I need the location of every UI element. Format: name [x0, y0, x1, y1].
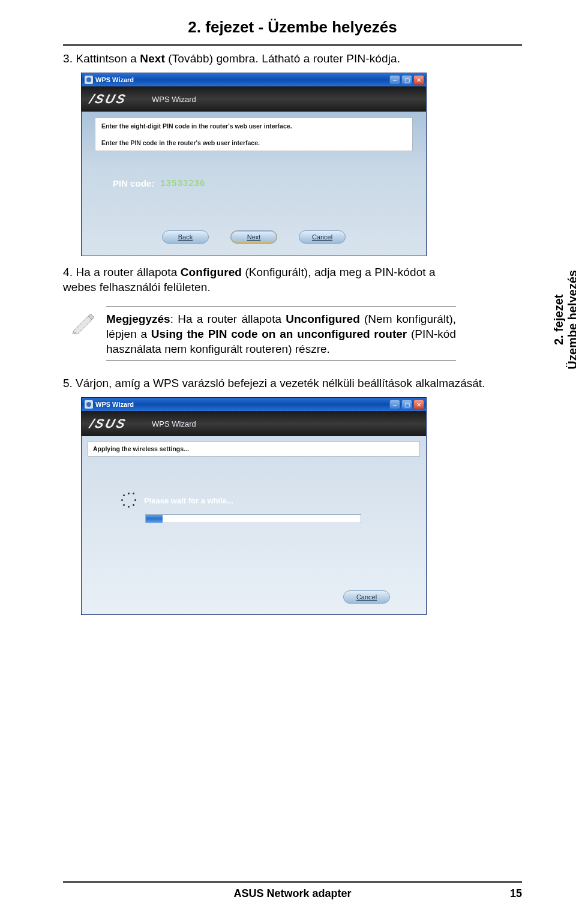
- step-4-prefix: 4. Ha a router állapota: [63, 266, 181, 278]
- instruction-line-1: Enter the eight-digit PIN code in the ro…: [101, 122, 406, 130]
- step-4-bold: Configured: [181, 266, 242, 278]
- svg-point-0: [86, 77, 91, 82]
- svg-point-1: [86, 402, 91, 407]
- instruction-panel: Enter the eight-digit PIN code in the ro…: [95, 118, 413, 151]
- maximize-button[interactable]: ▢: [401, 75, 412, 85]
- progress-bar: [145, 514, 361, 523]
- pin-value: 13533236: [160, 179, 205, 188]
- title-rule: [63, 44, 522, 46]
- close-button[interactable]: ✕: [413, 75, 424, 85]
- note-bold1: Unconfigured: [286, 313, 360, 325]
- maximize-button[interactable]: ▢: [401, 400, 412, 409]
- close-button[interactable]: ✕: [413, 400, 424, 409]
- instruction-line-2: Enter the PIN code in the router's web u…: [101, 139, 406, 146]
- wps-wizard-window-2: WPS Wizard – ▢ ✕ /SUS WPS Wizard Applyin…: [81, 397, 427, 615]
- cancel-button[interactable]: Cancel: [343, 590, 390, 604]
- footer: ASUS Network adapter 15: [63, 881, 522, 900]
- spinner-icon: [121, 493, 137, 508]
- asus-logo: /SUS: [88, 416, 128, 431]
- brand-title: WPS Wizard: [152, 419, 196, 428]
- note-body: Megjegyzés: Ha a router állapota Unconfi…: [106, 307, 456, 361]
- progress-fill: [146, 515, 163, 523]
- asus-logo: /SUS: [88, 92, 128, 106]
- wait-text: Please wait for a while...: [144, 496, 233, 505]
- side-tab-line1: 2. fejezet: [552, 270, 566, 370]
- note-label: Megjegyzés: [106, 313, 170, 325]
- step-3-suffix: (Tovább) gombra. Látható a router PIN-kó…: [165, 52, 400, 65]
- brand-title: WPS Wizard: [152, 95, 196, 104]
- step-4: 4. Ha a router állapota Configured (Konf…: [63, 265, 522, 295]
- pin-label: PIN code:: [113, 178, 154, 188]
- step-3-prefix: 3. Kattintson a: [63, 52, 140, 65]
- note-bold2: Using the PIN code on an unconfigured ro…: [151, 328, 407, 340]
- chapter-title: 2. fejezet - Üzembe helyezés: [63, 18, 522, 37]
- cancel-button[interactable]: Cancel: [299, 230, 346, 244]
- note: Megjegyzés: Ha a router állapota Unconfi…: [70, 307, 522, 361]
- note-seg1: : Ha a router állapota: [170, 313, 286, 325]
- side-tab-line2: Üzembe helyezés: [566, 270, 576, 370]
- step-3-bold: Next: [140, 52, 165, 65]
- titlebar: WPS Wizard – ▢ ✕: [82, 73, 426, 86]
- footer-center: ASUS Network adapter: [63, 887, 522, 900]
- step-5: 5. Várjon, amíg a WPS varázsló befejezi …: [63, 377, 522, 390]
- step-3: 3. Kattintson a Next (Tovább) gombra. Lá…: [63, 52, 522, 65]
- titlebar: WPS Wizard – ▢ ✕: [82, 398, 426, 411]
- minimize-button[interactable]: –: [389, 400, 400, 409]
- applying-text: Applying the wireless settings...: [88, 441, 420, 457]
- window-title: WPS Wizard: [95, 401, 134, 408]
- app-icon: [85, 76, 93, 84]
- next-button[interactable]: Next: [230, 230, 277, 244]
- minimize-button[interactable]: –: [389, 75, 400, 85]
- back-button[interactable]: Back: [162, 230, 209, 244]
- brand-bar: /SUS WPS Wizard: [82, 86, 426, 112]
- window-title: WPS Wizard: [95, 76, 134, 83]
- wps-wizard-window-1: WPS Wizard – ▢ ✕ /SUS WPS Wizard Enter t…: [81, 73, 427, 256]
- pin-row: PIN code: 13533236: [113, 178, 413, 188]
- pencil-icon: [70, 307, 97, 361]
- side-tab: 2. fejezet Üzembe helyezés: [552, 270, 576, 370]
- brand-bar: /SUS WPS Wizard: [82, 411, 426, 436]
- app-icon: [85, 400, 93, 409]
